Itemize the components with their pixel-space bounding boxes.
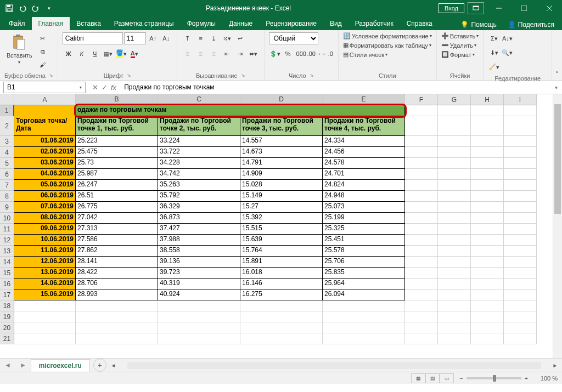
cell[interactable]: 14.673	[240, 147, 323, 158]
cell[interactable]: 28.993	[76, 289, 158, 300]
cell[interactable]	[405, 224, 438, 235]
minimize-button[interactable]	[486, 0, 512, 16]
increase-indent-icon[interactable]: ⇥	[234, 48, 246, 60]
maximize-button[interactable]	[512, 0, 537, 16]
cell[interactable]: 08.06.2019	[14, 213, 76, 224]
cell[interactable]: 25.199	[323, 213, 405, 224]
close-button[interactable]	[537, 0, 562, 16]
cell[interactable]	[504, 169, 537, 180]
cell[interactable]: 03.06.2019	[14, 158, 76, 169]
tab-file[interactable]: Файл	[2, 17, 32, 30]
cell[interactable]: 27.586	[76, 235, 158, 246]
fill-icon[interactable]: ⬇▾	[488, 47, 500, 59]
cell[interactable]: 24.456	[323, 147, 405, 158]
cell[interactable]	[438, 202, 471, 213]
cell[interactable]: 27.313	[76, 224, 158, 235]
cell[interactable]	[405, 147, 438, 158]
sheet-tab[interactable]: microexcel.ru	[31, 359, 90, 372]
row-13[interactable]: 13	[0, 246, 14, 257]
cell[interactable]	[14, 300, 76, 311]
cells[interactable]: одажи по торговым точкамТорговая точка/ …	[14, 105, 537, 344]
cell[interactable]	[240, 333, 323, 344]
cell[interactable]	[504, 202, 537, 213]
sort-filter-icon[interactable]: A↓▾	[501, 32, 513, 44]
normal-view-icon[interactable]: ▦	[411, 373, 425, 383]
cell[interactable]: 11.06.2019	[14, 246, 76, 257]
column-headers[interactable]: ABCDEFGHI	[14, 94, 537, 105]
percent-icon[interactable]: %	[282, 48, 294, 60]
cell[interactable]	[438, 224, 471, 235]
spreadsheet-grid[interactable]: ABCDEFGHI 123456789101112131415161718192…	[0, 94, 562, 358]
cell[interactable]	[438, 180, 471, 191]
cell[interactable]	[471, 147, 504, 158]
cell[interactable]	[504, 235, 537, 246]
cell[interactable]	[504, 300, 537, 311]
cell[interactable]	[405, 311, 438, 322]
cell[interactable]	[405, 169, 438, 180]
expand-formula-bar-icon[interactable]: ▾	[550, 84, 562, 90]
cell[interactable]	[405, 257, 438, 268]
row-4[interactable]: 4	[0, 147, 14, 158]
cell[interactable]	[158, 300, 240, 311]
zoom-slider[interactable]	[467, 377, 521, 379]
cell[interactable]: 15.392	[240, 213, 323, 224]
cell[interactable]: 24.578	[323, 158, 405, 169]
cell[interactable]	[438, 311, 471, 322]
cell[interactable]: 33.224	[158, 136, 240, 147]
cell[interactable]	[471, 202, 504, 213]
cell[interactable]	[405, 202, 438, 213]
cell[interactable]	[504, 136, 537, 147]
cell[interactable]: Продажи по Торговой точке 2, тыс. руб.	[158, 116, 240, 136]
cell[interactable]	[240, 322, 323, 333]
cell[interactable]: 14.909	[240, 169, 323, 180]
vertical-scrollbar[interactable]	[553, 94, 562, 358]
cell[interactable]	[405, 289, 438, 300]
tab-formulas[interactable]: Формулы	[181, 17, 222, 30]
cell[interactable]: 15.06.2019	[14, 289, 76, 300]
cell[interactable]	[405, 213, 438, 224]
tab-review[interactable]: Рецензирование	[259, 17, 323, 30]
row-1[interactable]: 1	[0, 105, 14, 116]
align-top-icon[interactable]: ⤒	[182, 32, 194, 44]
cell[interactable]	[405, 268, 438, 279]
tab-help[interactable]: Справка	[400, 17, 439, 30]
col-A[interactable]: A	[14, 94, 76, 105]
cell[interactable]	[438, 289, 471, 300]
cell[interactable]: 36.329	[158, 202, 240, 213]
cell[interactable]: 26.094	[323, 289, 405, 300]
col-E[interactable]: E	[323, 94, 405, 105]
conditional-formatting-button[interactable]: 🔢Условное форматирование▾	[343, 32, 432, 39]
zoom-level[interactable]: 100 %	[531, 375, 558, 382]
enter-formula-icon[interactable]: ✓	[102, 83, 108, 92]
select-all-button[interactable]	[0, 94, 14, 105]
align-bottom-icon[interactable]: ⤓	[208, 32, 220, 44]
decrease-font-icon[interactable]: A↓	[160, 32, 172, 44]
cell[interactable]	[438, 158, 471, 169]
tab-view[interactable]: Вид	[323, 17, 349, 30]
cell[interactable]	[471, 268, 504, 279]
decrease-decimal-icon[interactable]: ←.0	[322, 48, 334, 60]
autosum-icon[interactable]: Σ▾	[488, 32, 500, 44]
row-17[interactable]: 17	[0, 289, 14, 300]
cell[interactable]	[504, 213, 537, 224]
cell[interactable]: 16.018	[240, 268, 323, 279]
cell[interactable]	[405, 136, 438, 147]
cell[interactable]	[323, 311, 405, 322]
cell[interactable]: 37.988	[158, 235, 240, 246]
cell[interactable]	[471, 116, 504, 136]
cell[interactable]	[471, 213, 504, 224]
cell[interactable]: 12.06.2019	[14, 257, 76, 268]
cell[interactable]	[438, 257, 471, 268]
cell[interactable]: Продажи по Торговой точке 3, тыс. руб.	[240, 116, 323, 136]
cell[interactable]	[14, 105, 76, 116]
increase-font-icon[interactable]: A↑	[147, 32, 159, 44]
cell[interactable]	[471, 289, 504, 300]
sheet-nav-next-icon[interactable]: ►	[15, 361, 31, 369]
row-21[interactable]: 21	[0, 333, 14, 344]
align-center-icon[interactable]: ≡	[195, 48, 207, 60]
cell[interactable]	[438, 191, 471, 202]
undo-icon[interactable]	[16, 2, 29, 14]
redo-icon[interactable]	[30, 2, 42, 14]
cell[interactable]	[504, 268, 537, 279]
row-12[interactable]: 12	[0, 235, 14, 246]
